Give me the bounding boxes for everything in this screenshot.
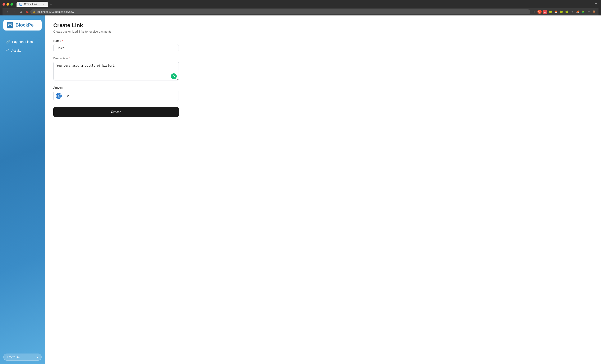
tab-bar: Create Link × + — [17, 2, 53, 7]
link-icon: 🔗 — [6, 40, 10, 44]
wallet-icon[interactable]: 👜 — [592, 10, 596, 14]
tab-close-button[interactable]: × — [42, 3, 45, 6]
url-text: localhost:3000/home/links/new — [37, 10, 528, 13]
logo-box: BlockPe — [3, 20, 42, 30]
browser-extensions: ⬆ 🛡 ▲ 🐸 🦊 🐸 🐸 (0) 🦊 🧩 ▭ 👜 — [532, 10, 596, 14]
app-container: BlockPe 🔗 Payment Links Activity Ethereu… — [0, 15, 601, 364]
payment-links-label: Payment Links — [12, 40, 33, 43]
amount-wrapper: $ — [53, 91, 179, 101]
share-icon[interactable]: ⬆ — [532, 10, 536, 14]
svg-text:$: $ — [58, 95, 60, 98]
activity-label: Activity — [11, 49, 21, 52]
ext5-icon[interactable]: (0) — [570, 10, 574, 14]
bookmark-button[interactable]: 🔖 — [25, 10, 29, 13]
reload-button[interactable]: ↺ — [18, 9, 23, 14]
vpn-icon[interactable]: ▲ — [543, 10, 547, 14]
ext2-icon[interactable]: 🦊 — [554, 10, 558, 14]
forward-button[interactable]: › — [12, 9, 17, 14]
brave-shield-icon[interactable]: 🛡 — [537, 10, 542, 14]
main-content: Create Link Create customized links to r… — [45, 15, 601, 364]
page-subtitle: Create customized links to receive payme… — [53, 30, 593, 33]
name-input[interactable] — [53, 44, 179, 52]
description-input[interactable] — [53, 62, 179, 80]
description-wrapper: G — [53, 62, 179, 81]
browser-nav-bar: ‹ › ↺ 🔖 🔒 localhost:3000/home/links/new … — [2, 8, 599, 15]
traffic-lights — [2, 3, 13, 6]
activity-icon — [6, 48, 9, 52]
sidebar: BlockPe 🔗 Payment Links Activity Ethereu… — [0, 15, 45, 364]
ext7-icon[interactable]: 🧩 — [581, 10, 585, 14]
description-required-indicator: * — [69, 57, 70, 60]
blockpe-logo-icon — [7, 22, 13, 29]
browser-top-bar: Create Link × + ≡ — [2, 2, 599, 7]
sidebar-toggle[interactable]: ▭ — [586, 10, 591, 14]
sidebar-logo-area: BlockPe — [0, 15, 45, 35]
name-label: Name * — [53, 39, 593, 42]
active-tab[interactable]: Create Link × — [17, 2, 48, 7]
network-selector[interactable]: Ethereum ▾ — [3, 354, 42, 361]
tab-favicon — [20, 3, 22, 6]
browser-menu-button[interactable]: ≡ — [594, 2, 599, 7]
lock-icon: 🔒 — [33, 10, 36, 13]
name-required-indicator: * — [62, 39, 63, 42]
sidebar-item-payment-links[interactable]: 🔗 Payment Links — [2, 38, 43, 46]
page-title: Create Link — [53, 22, 593, 29]
address-bar[interactable]: 🔒 localhost:3000/home/links/new — [30, 10, 530, 14]
network-label: Ethereum — [7, 355, 20, 359]
close-window-button[interactable] — [2, 3, 5, 6]
ext4-icon[interactable]: 🐸 — [565, 10, 569, 14]
sidebar-item-activity[interactable]: Activity — [2, 46, 43, 55]
amount-field-group: Amount $ — [53, 86, 593, 101]
create-button[interactable]: Create — [53, 107, 179, 117]
sidebar-navigation: 🔗 Payment Links Activity — [0, 35, 45, 350]
description-label: Description * — [53, 57, 593, 60]
logo-text: BlockPe — [15, 22, 34, 28]
grammarly-icon[interactable]: G — [171, 73, 177, 79]
ext1-icon[interactable]: 🐸 — [548, 10, 552, 14]
usdc-icon: $ — [56, 93, 62, 99]
ext6-icon[interactable]: 🦊 — [575, 10, 580, 14]
amount-input[interactable] — [64, 92, 179, 100]
back-button[interactable]: ‹ — [5, 9, 10, 14]
chevron-down-icon: ▾ — [37, 356, 38, 359]
amount-label: Amount — [53, 86, 593, 89]
ext3-icon[interactable]: 🐸 — [559, 10, 563, 14]
maximize-window-button[interactable] — [10, 3, 13, 6]
svg-rect-0 — [20, 3, 22, 5]
sidebar-footer: Ethereum ▾ — [0, 350, 45, 364]
new-tab-button[interactable]: + — [49, 2, 53, 7]
currency-selector[interactable]: $ — [53, 91, 64, 101]
browser-chrome: Create Link × + ≡ ‹ › ↺ 🔖 🔒 localhost:30… — [0, 0, 601, 15]
tab-title: Create Link — [24, 3, 37, 6]
minimize-window-button[interactable] — [7, 3, 9, 6]
name-field-group: Name * — [53, 39, 593, 52]
description-field-group: Description * G — [53, 57, 593, 81]
